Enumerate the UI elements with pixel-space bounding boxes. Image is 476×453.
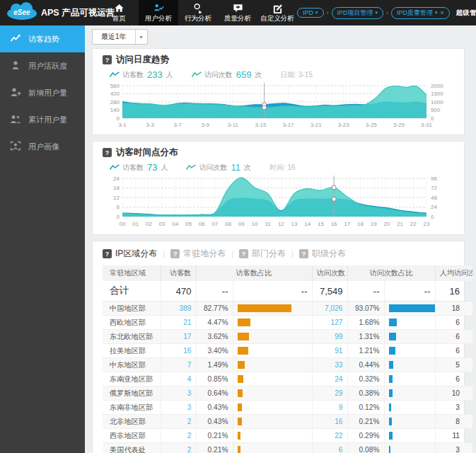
visitors-pct-bar xyxy=(233,429,312,443)
svg-text:09: 09 xyxy=(238,221,245,227)
avg-visits: 10 xyxy=(435,386,472,401)
col-visitors[interactable]: 访客数 xyxy=(161,265,196,281)
sidebar-item-visitor-trend[interactable]: 访客趋势 xyxy=(0,25,85,52)
visits-count-link[interactable]: 9 xyxy=(312,401,347,415)
logo[interactable]: eSee APS 产品可视运营 xyxy=(0,2,93,23)
region-name: 西欧地区部 xyxy=(103,316,161,330)
visits-count-link[interactable]: 24 xyxy=(312,372,347,386)
sidebar-item-total-users[interactable]: 累计用户量 xyxy=(0,106,85,133)
visits-count-link[interactable]: 127 xyxy=(312,316,347,330)
daily-trend-chart[interactable]: 001405002801000420150056020003-13-33-73-… xyxy=(103,81,455,131)
nav-label: 行为分析 xyxy=(185,14,211,23)
svg-text:72: 72 xyxy=(431,185,437,191)
visits-pct-bar xyxy=(384,443,435,453)
close-icon[interactable]: × xyxy=(441,9,444,16)
tab-grade[interactable]: ?职级分布 xyxy=(299,248,346,260)
svg-text:24: 24 xyxy=(431,204,437,210)
visitors-count-link[interactable]: 2 xyxy=(161,429,196,443)
tab-department[interactable]: ?部门分布 xyxy=(239,248,286,260)
visits-pct: 93.07% xyxy=(347,302,384,316)
legend-visits: 访问次数 11 次 xyxy=(186,162,251,173)
scope-pill-ipd[interactable]: IPD▾ xyxy=(297,8,324,18)
zigzag-line-icon xyxy=(110,164,120,171)
user-analysis-icon xyxy=(153,3,164,13)
tab-residence[interactable]: ?常驻地分布 xyxy=(170,248,226,260)
svg-text:1500: 1500 xyxy=(431,91,443,97)
sidebar-item-label: 用户活跃度 xyxy=(28,61,67,71)
svg-text:2000: 2000 xyxy=(431,83,443,89)
region-row: 东北欧地区部173.62%991.31%6 xyxy=(103,330,472,344)
help-icon[interactable]: ? xyxy=(103,148,112,157)
visitors-count-link[interactable]: 21 xyxy=(161,316,196,330)
visits-count-link[interactable]: 7,026 xyxy=(312,302,347,316)
svg-text:6: 6 xyxy=(117,204,120,210)
nav-home[interactable]: 首页 xyxy=(99,0,139,25)
visits-count-link[interactable]: 99 xyxy=(312,330,347,344)
col-visits[interactable]: 访问次数 xyxy=(312,265,347,281)
hourly-distribution-card: ? 访客时间点分布 访客数 73 人 访问次数 11 次 时间: 16 006 xyxy=(92,141,465,235)
nav-custom-analysis[interactable]: 自定义分析 xyxy=(257,0,297,25)
col-visitors-pct[interactable]: 访客数占比 xyxy=(196,265,312,281)
visitors-count-link[interactable]: 7 xyxy=(161,358,196,372)
visits-count-link[interactable]: 6 xyxy=(312,443,347,453)
help-icon: ? xyxy=(239,249,248,258)
svg-text:14: 14 xyxy=(304,221,310,227)
svg-text:0: 0 xyxy=(117,115,120,122)
pill-separator: › xyxy=(386,9,388,16)
visits-pct: 0.44% xyxy=(347,358,384,372)
sidebar-item-user-activity[interactable]: 用户活跃度 xyxy=(0,52,85,79)
legend-visits: 访问次数 659 次 xyxy=(192,69,262,80)
nav-quality-analysis[interactable]: 质量分析 xyxy=(218,0,257,25)
sidebar-item-new-users[interactable]: 新增用户量 xyxy=(0,79,85,106)
visits-count-link[interactable]: 91 xyxy=(312,344,347,358)
total-visits-pct: -- xyxy=(347,281,384,302)
region-name: 拉美地区部 xyxy=(103,344,161,358)
esee-cloud-logo-icon: eSee xyxy=(6,2,38,23)
col-avg-visits[interactable]: 人均访问次数 xyxy=(435,265,472,281)
visitors-count-link[interactable]: 389 xyxy=(161,302,196,316)
region-row: 俄罗斯地区部30.64%290.38%10 xyxy=(103,386,472,401)
svg-text:22: 22 xyxy=(410,221,417,227)
tab-ip-region[interactable]: ?IP区域分布 xyxy=(103,248,157,260)
visitors-count-link[interactable]: 17 xyxy=(161,330,196,344)
scope-pill-quality[interactable]: IPD质量管理▾× xyxy=(391,7,450,19)
visits-count-link[interactable]: 22 xyxy=(312,429,347,443)
chevron-down-icon: ▾ xyxy=(376,10,378,16)
svg-text:560: 560 xyxy=(110,83,120,89)
col-region[interactable]: 常驻地区域 xyxy=(103,265,161,281)
hover-time-label: 时间: 16 xyxy=(269,163,296,173)
visitors-count-link[interactable]: 16 xyxy=(161,344,196,358)
visitors-count-link[interactable]: 2 xyxy=(161,443,196,453)
chevron-down-icon: ▾ xyxy=(315,10,318,16)
visits-count-link[interactable]: 33 xyxy=(312,358,347,372)
total-visitors: 470 xyxy=(161,281,196,302)
time-range-select[interactable]: 最近1年 ▾ xyxy=(92,29,148,45)
total-visits: 7,549 xyxy=(312,281,347,302)
visitors-count-link[interactable]: 3 xyxy=(161,386,196,401)
visitors-count-link[interactable]: 4 xyxy=(161,372,196,386)
top-header: eSee APS 产品可视运营 首页 用户分析 行为分析 质量分析 xyxy=(0,0,476,25)
region-row: 东南亚地区部40.85%240.32%6 xyxy=(103,372,472,386)
scope-pill-project[interactable]: IPD项目管理▾ xyxy=(332,7,384,19)
visits-count-link[interactable]: 16 xyxy=(312,415,347,429)
help-icon[interactable]: ? xyxy=(103,55,112,64)
svg-text:10: 10 xyxy=(252,221,258,227)
visitors-count-link[interactable]: 2 xyxy=(161,415,196,429)
sidebar-item-label: 累计用户量 xyxy=(28,115,67,125)
avg-visits: 5 xyxy=(435,358,472,372)
avg-visits: 8 xyxy=(435,415,472,429)
visits-pct-bar xyxy=(384,386,435,401)
hourly-distribution-chart[interactable]: 0062412481872249600010203040506070809101… xyxy=(103,174,455,231)
col-visits-pct[interactable]: 访问次数占比 xyxy=(347,265,435,281)
visitors-pct: 0.21% xyxy=(196,429,233,443)
nav-behavior-analysis[interactable]: 行为分析 xyxy=(178,0,218,25)
trend-line-icon xyxy=(10,33,21,45)
help-icon: ? xyxy=(103,249,112,258)
svg-text:0: 0 xyxy=(431,214,434,220)
sidebar-item-user-portrait[interactable]: 用户画像 xyxy=(0,133,85,160)
visitors-count-link[interactable]: 3 xyxy=(161,401,196,415)
nav-user-analysis[interactable]: 用户分析 xyxy=(139,0,178,25)
zigzag-line-icon xyxy=(110,71,120,78)
quality-analysis-icon xyxy=(233,3,243,13)
visits-count-link[interactable]: 29 xyxy=(312,386,347,401)
